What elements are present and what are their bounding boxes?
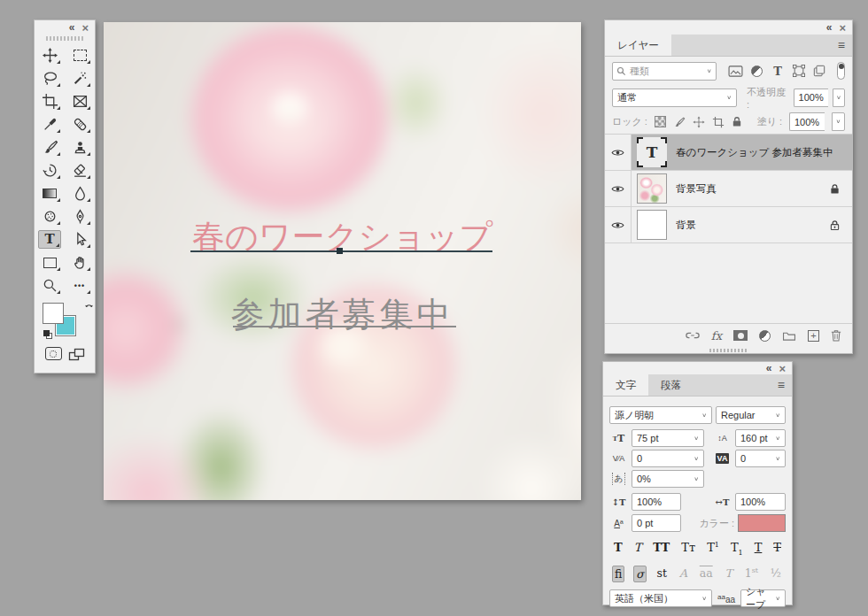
layer-name[interactable]: 背景 [676, 219, 696, 232]
layer-row-text[interactable]: T 春のワークショップ 参加者募集中 [605, 135, 852, 171]
eraser-tool[interactable] [68, 161, 91, 180]
ordinals-button[interactable]: 1st [743, 566, 760, 583]
filter-adjustment-icon[interactable] [748, 65, 765, 77]
lock-all-icon[interactable] [732, 116, 742, 127]
visibility-toggle[interactable] [605, 135, 632, 170]
add-mask-icon[interactable] [733, 330, 748, 341]
titling-alternates-button[interactable]: T [724, 566, 734, 583]
panel-menu-icon[interactable]: ≡ [838, 38, 845, 52]
path-select-tool[interactable] [68, 230, 91, 249]
fractions-button[interactable]: ½ [769, 566, 783, 583]
canvas-subtitle-text[interactable]: 参加者募集中 [104, 292, 581, 337]
photo-layer-thumbnail[interactable] [637, 173, 667, 204]
close-panel-icon[interactable]: × [779, 362, 786, 375]
close-panel-icon[interactable]: × [839, 21, 846, 35]
gradient-tool[interactable] [38, 184, 61, 203]
swap-colors-icon[interactable] [83, 299, 95, 312]
lock-paint-icon[interactable] [673, 116, 686, 128]
blur-tool[interactable] [68, 184, 91, 203]
lock-position-icon[interactable] [693, 116, 705, 128]
brush-tool[interactable] [38, 138, 61, 157]
layer-name[interactable]: 春のワークショップ 参加者募集中 [676, 146, 833, 159]
document-canvas[interactable]: 春のワークショップ 参加者募集中 [104, 22, 581, 500]
tsume-input[interactable]: 0% ∨ [632, 470, 704, 488]
tab-character[interactable]: 文字 [603, 374, 648, 396]
screen-mode-button[interactable] [68, 347, 85, 364]
text-layer-thumbnail[interactable]: T [637, 137, 667, 167]
text-layer-handle[interactable] [337, 248, 343, 254]
antialias-select[interactable]: シャープ ∨ [740, 589, 786, 607]
frame-tool[interactable] [68, 92, 91, 111]
filter-toggle-switch[interactable] [837, 62, 845, 80]
layer-row-photo[interactable]: 背景写真 [605, 171, 852, 207]
language-select[interactable]: 英語（米国） ∨ [609, 589, 712, 607]
panel-resize-grip[interactable] [605, 347, 852, 353]
lasso-tool[interactable] [38, 69, 61, 88]
vertical-scale-input[interactable]: 100% [632, 493, 681, 511]
baseline-shift-input[interactable]: 0 pt [632, 514, 681, 532]
faux-bold-button[interactable]: T [612, 540, 624, 558]
foreground-color-swatch[interactable] [43, 303, 64, 324]
delete-layer-icon[interactable] [831, 329, 841, 342]
filter-image-icon[interactable] [728, 65, 745, 77]
eyedropper-tool[interactable] [38, 115, 61, 134]
marquee-tool[interactable] [68, 46, 91, 65]
font-style-select[interactable]: Regular ∨ [716, 406, 786, 424]
zoom-tool[interactable] [38, 276, 61, 295]
layer-row-background[interactable]: 背景 [605, 207, 852, 243]
layer-name[interactable]: 背景写真 [676, 182, 717, 196]
filter-shape-icon[interactable] [790, 65, 807, 77]
strikethrough-button[interactable]: T [771, 540, 783, 558]
collapse-panel-icon[interactable]: « [766, 364, 771, 373]
superscript-button[interactable]: T1 [705, 540, 721, 558]
rectangle-tool[interactable] [38, 253, 61, 272]
quick-mask-button[interactable] [45, 347, 62, 360]
layer-style-icon[interactable]: fx [711, 329, 722, 343]
tab-paragraph[interactable]: 段落 [648, 374, 694, 396]
spot-healing-tool[interactable] [68, 115, 91, 134]
faux-italic-button[interactable]: T [632, 540, 644, 558]
opacity-input[interactable]: 100% [794, 89, 828, 107]
background-layer-thumbnail[interactable] [637, 210, 667, 240]
subscript-button[interactable]: T1 [729, 540, 745, 558]
history-brush-tool[interactable] [38, 161, 61, 180]
tracking-input[interactable]: 0 ∨ [735, 450, 786, 467]
new-layer-icon[interactable]: + [808, 330, 819, 342]
pen-tool[interactable] [68, 207, 91, 226]
panel-menu-icon[interactable]: ≡ [778, 378, 785, 392]
drag-grip[interactable] [46, 36, 83, 41]
hand-tool[interactable] [68, 253, 91, 272]
lock-artboard-icon[interactable] [712, 116, 725, 128]
layer-filter-search[interactable]: 種類 ∨ [612, 62, 717, 81]
text-color-swatch[interactable] [738, 514, 786, 532]
stylistic-alternates-button[interactable]: aa [698, 566, 715, 583]
collapse-panel-icon[interactable]: « [826, 23, 831, 32]
discretionary-ligatures-button[interactable]: st [655, 566, 669, 583]
default-colors-icon[interactable] [43, 330, 51, 338]
filter-smart-object-icon[interactable] [811, 65, 828, 77]
dodge-tool[interactable] [38, 207, 61, 226]
small-caps-button[interactable]: Tт [679, 540, 697, 558]
font-size-input[interactable]: 75 pt ∨ [632, 429, 704, 447]
font-family-select[interactable]: 源ノ明朝 ∨ [609, 406, 712, 424]
link-layers-icon[interactable] [686, 331, 700, 340]
blend-mode-select[interactable]: 通常 ∨ [612, 89, 737, 107]
type-tool[interactable]: T [38, 230, 61, 249]
adjustment-layer-icon[interactable] [759, 330, 771, 342]
crop-tool[interactable] [38, 92, 61, 111]
close-panel-icon[interactable]: × [81, 21, 89, 35]
fill-input[interactable]: 100% [789, 112, 825, 131]
collapse-panel-icon[interactable]: « [69, 23, 74, 32]
visibility-toggle[interactable] [605, 207, 632, 243]
clone-stamp-tool[interactable] [68, 138, 91, 157]
lock-transparency-icon[interactable] [655, 116, 666, 127]
kerning-input[interactable]: 0 ∨ [632, 450, 704, 467]
ligatures-button[interactable]: fi [612, 566, 624, 583]
leading-input[interactable]: 160 pt ∨ [735, 429, 786, 447]
contextual-alternates-button[interactable]: σ [633, 566, 647, 583]
underline-button[interactable]: T [753, 540, 764, 558]
opacity-dropdown-button[interactable]: ∨ [833, 89, 845, 107]
horizontal-scale-input[interactable]: 100% [735, 493, 786, 511]
new-group-icon[interactable] [782, 330, 796, 341]
magic-wand-tool[interactable] [68, 69, 91, 88]
